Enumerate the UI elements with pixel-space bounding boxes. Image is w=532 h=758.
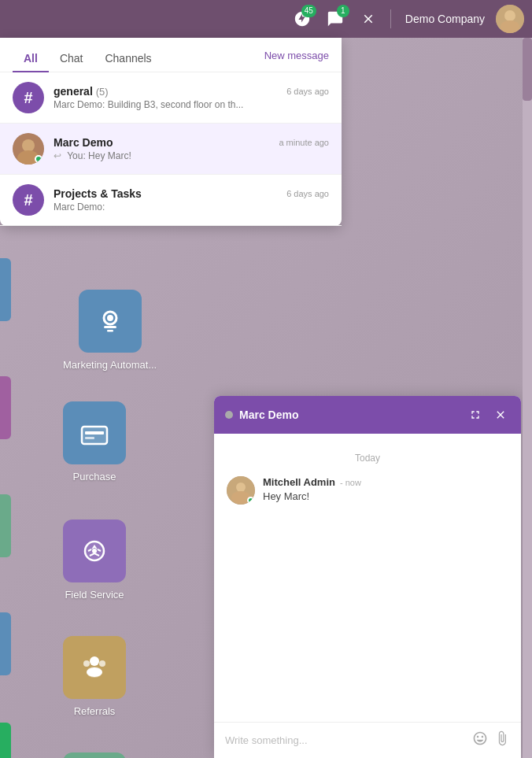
chat-name-marc: Marc Demo <box>54 136 113 149</box>
chat-icon[interactable]: 1 <box>321 5 349 33</box>
chat-info-marc: Marc Demo a minute ago ↩ You: Hey Marc! <box>54 136 329 161</box>
scrollbar-thumb[interactable] <box>523 38 532 101</box>
user-avatar[interactable] <box>496 5 524 33</box>
attachment-icon[interactable] <box>494 730 510 750</box>
chat-window-close-icon[interactable] <box>491 405 510 424</box>
purchase-icon <box>63 401 126 464</box>
app-label-purchase: Purchase <box>73 471 116 483</box>
partial-bar-2 <box>0 258 11 321</box>
channel-avatar-projects: # <box>13 184 44 216</box>
svg-rect-10 <box>82 427 107 444</box>
chat-name-projects: Projects & Tasks <box>54 187 142 200</box>
partial-bar-5 <box>0 612 11 675</box>
chat-preview-general: Marc Demo: Building B3, second floor on … <box>54 99 329 110</box>
svg-point-4 <box>22 139 35 152</box>
referrals-icon <box>63 636 126 699</box>
emoji-icon[interactable] <box>472 730 488 750</box>
svg-rect-7 <box>104 326 116 328</box>
close-icon[interactable] <box>354 5 382 33</box>
activity-badge: 45 <box>301 5 316 17</box>
partial-bar-4 <box>0 494 11 557</box>
svg-point-17 <box>83 660 90 667</box>
chat-info-general: general (5) 6 days ago Marc Demo: Buildi… <box>54 85 329 110</box>
channel-avatar-general: # <box>13 82 44 113</box>
activity-icon[interactable]: 45 <box>288 5 316 33</box>
message-text: Hey Marc! <box>263 490 508 502</box>
chat-tabs: All Chat Channels New message <box>0 38 342 72</box>
topbar: 45 1 Demo Company <box>0 0 532 38</box>
svg-point-15 <box>90 656 99 666</box>
list-item[interactable]: # general (5) 6 days ago Marc Demo: Buil… <box>0 72 342 124</box>
svg-rect-11 <box>85 431 104 434</box>
divider <box>390 9 391 28</box>
company-name: Demo Company <box>405 13 485 25</box>
chat-message-input[interactable] <box>225 734 466 746</box>
message-sender: Mitchell Admin <box>263 476 335 488</box>
message-row: Mitchell Admin - now Hey Marc! <box>227 476 508 505</box>
message-time: - now <box>340 478 361 487</box>
tab-all[interactable]: All <box>13 46 49 72</box>
marketing-icon <box>79 290 142 353</box>
svg-point-21 <box>236 483 246 492</box>
app-tile-marketing[interactable]: Marketing Automat... <box>63 290 157 371</box>
chat-panel: All Chat Channels New message # general … <box>0 38 342 226</box>
user-status-indicator <box>225 411 233 419</box>
fieldservice-icon <box>63 520 126 582</box>
reply-icon: ↩ <box>54 150 61 161</box>
list-item[interactable]: Marc Demo a minute ago ↩ You: Hey Marc! <box>0 124 342 175</box>
list-item[interactable]: # Projects & Tasks 6 days ago Marc Demo: <box>0 175 342 226</box>
chat-window: Marc Demo Today M <box>214 396 521 758</box>
app-label-marketing: Marketing Automat... <box>63 359 157 371</box>
message-content: Mitchell Admin - now Hey Marc! <box>263 476 508 505</box>
svg-rect-12 <box>85 437 94 439</box>
partial-bar-3 <box>0 376 11 439</box>
date-separator: Today <box>227 453 508 464</box>
chat-window-header: Marc Demo <box>214 396 521 434</box>
svg-point-2 <box>501 20 519 33</box>
svg-point-9 <box>107 315 113 321</box>
new-message-button[interactable]: New message <box>264 50 329 68</box>
chat-messages: Today Mitchell Admin - now Hey Marc! <box>214 434 521 722</box>
chat-preview-projects: Marc Demo: <box>54 202 329 213</box>
partial-bar-6 <box>0 723 11 758</box>
tab-channels[interactable]: Channels <box>94 46 162 72</box>
chat-preview-marc: ↩ You: Hey Marc! <box>54 150 329 161</box>
tab-chat[interactable]: Chat <box>49 46 94 72</box>
app-tile-referrals[interactable]: Referrals <box>63 636 126 717</box>
message-avatar <box>227 476 255 505</box>
chat-name-general: general (5) <box>54 85 109 98</box>
app-tile-fieldservice[interactable]: Field Service <box>63 520 126 601</box>
svg-point-1 <box>504 10 515 21</box>
chat-time-projects: 6 days ago <box>286 189 329 198</box>
svg-rect-8 <box>107 330 113 332</box>
expand-icon[interactable] <box>466 405 485 424</box>
app-tile-purchase[interactable]: Purchase <box>63 401 126 483</box>
svg-point-18 <box>99 660 105 667</box>
chat-badge: 1 <box>337 5 349 17</box>
chat-window-username: Marc Demo <box>239 409 460 421</box>
online-status-dot <box>247 497 254 504</box>
avatar-marc-demo <box>13 133 44 165</box>
chat-time-marc: a minute ago <box>279 138 329 147</box>
scrollbar-track <box>523 38 532 758</box>
chat2-icon <box>63 752 126 758</box>
chat-input-area <box>214 722 521 758</box>
app-tile-chat2[interactable] <box>63 752 126 758</box>
online-indicator <box>35 155 42 163</box>
chat-time-general: 6 days ago <box>286 87 329 96</box>
app-label-referrals: Referrals <box>74 705 116 717</box>
svg-point-19 <box>87 667 102 677</box>
chat-info-projects: Projects & Tasks 6 days ago Marc Demo: <box>54 187 329 213</box>
app-label-fieldservice: Field Service <box>65 589 124 601</box>
